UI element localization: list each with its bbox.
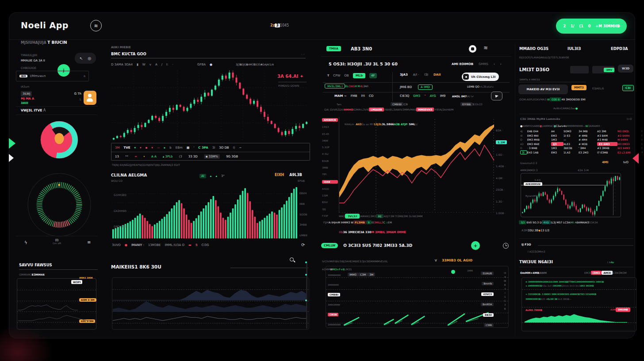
control[interactable]: H M	[355, 84, 360, 88]
control[interactable]: CWG	[349, 84, 355, 88]
bm-scrollbar[interactable]	[306, 261, 307, 329]
ticker-badge[interactable]: BmrrIb	[482, 282, 494, 285]
axis-label[interactable]: AMIBM/B	[322, 118, 338, 122]
toolbar-item[interactable]: A	[155, 63, 157, 66]
series-label[interactable]: CMBIBI	[328, 293, 340, 296]
toolbar-item[interactable]: (3	[179, 155, 182, 158]
chip[interactable]: L3VI	[361, 108, 367, 111]
control[interactable]: II	[367, 84, 368, 88]
cursor-icon[interactable]: ↖	[80, 56, 83, 61]
toolbar-item[interactable]: ▴ 3PLb	[163, 155, 173, 158]
toolbar-item[interactable]: ▪ 33M%	[204, 154, 220, 159]
tab[interactable]: WAJ3 EDIT	[166, 163, 180, 166]
toolbar-item[interactable]: 4M3	[248, 63, 254, 66]
filter-chip[interactable]: 3M3M	[619, 271, 627, 274]
legend-item[interactable]: 13J3L	[374, 123, 382, 126]
chip[interactable]: 33s33	[474, 103, 482, 106]
chip[interactable]: MMIEVH3	[416, 108, 434, 111]
pay-toggle[interactable]: 3MV	[592, 66, 614, 73]
control[interactable]: AMI EOIMOB	[452, 62, 473, 66]
table-row[interactable]: 4JE4B E44A45OM334 IMBA3 3MIM3 EM3I!	[520, 129, 636, 134]
toolbar-item[interactable]: 13	[115, 155, 119, 158]
filter-item[interactable]: 13M3BE	[148, 243, 161, 247]
control[interactable]: MAM ~	[334, 94, 347, 98]
toolbar-item[interactable]: ▮	[137, 63, 138, 66]
bmr-orange-label[interactable]: 33MIB3 OL AGIO	[442, 258, 472, 262]
primary-cta-button[interactable]: 21/(10+M 3IMMHB	[556, 19, 627, 34]
coin-icon[interactable]: ◎	[88, 56, 91, 61]
tab[interactable]: DINJEN	[144, 163, 153, 166]
toolbar-item[interactable]: 3J3	[236, 63, 240, 66]
tick-label[interactable]: EIJ1O	[519, 56, 526, 59]
oil-button[interactable]: C3I	[622, 85, 634, 91]
control[interactable]: OOM.	[519, 98, 527, 101]
control[interactable]: A IMD	[418, 84, 433, 90]
filter-item[interactable]: ●	[125, 243, 127, 247]
toolbar-item[interactable]: I)	[233, 146, 235, 150]
control[interactable]: EM	[388, 221, 392, 224]
control[interactable]: MV3L/3ML I	[325, 84, 345, 88]
filter-chip[interactable]: EM3I	[584, 271, 591, 274]
menu-icon[interactable]: ≡	[87, 240, 91, 245]
control[interactable]: ›	[500, 62, 502, 66]
tick-label[interactable]: CFJ7L	[526, 56, 534, 59]
toolbar-item[interactable]: v	[150, 63, 151, 66]
tick-label[interactable]: OJ73	[547, 56, 553, 59]
control[interactable]: 49 3M0	[561, 98, 571, 101]
toolbar-item[interactable]: 53S	[256, 63, 261, 66]
nav-item[interactable]: 3	[275, 23, 280, 27]
toolbar-item[interactable]: 3JG	[242, 63, 246, 66]
toolbar-item[interactable]: I:	[166, 63, 168, 66]
tab[interactable]: TKJNJ KAJN6	[112, 163, 128, 166]
control[interactable]: O6O	[571, 98, 577, 101]
toolbar-item[interactable]: '	[193, 146, 194, 150]
limit-input[interactable]	[570, 66, 589, 73]
chip[interactable]: BAEL3IA	[386, 108, 397, 111]
axis-label[interactable]: 3VL3/I	[345, 214, 360, 219]
toolbar-item[interactable]: ▾	[151, 146, 153, 150]
toolbar-item[interactable]: TVE	[124, 146, 130, 150]
tick-label[interactable]: WV0E	[561, 56, 569, 59]
table-title-right[interactable]: I>O	[627, 117, 632, 120]
app-logo-icon[interactable]: ≋	[90, 20, 102, 31]
control[interactable]: KVMA3:	[537, 98, 547, 101]
toolbar-item[interactable]: A A	[151, 155, 157, 158]
control[interactable]: O3E B	[550, 97, 561, 101]
control[interactable]: FL3MB	[353, 220, 366, 224]
chip[interactable]: IYI	[434, 108, 437, 111]
tick-label[interactable]: 37L3L	[554, 56, 562, 59]
toolbar-item[interactable]: =	[134, 155, 137, 158]
control[interactable]: CPW	[333, 74, 340, 77]
toolbar-item[interactable]: A	[272, 63, 274, 66]
mid-menu-icon[interactable]: ≋	[483, 45, 488, 51]
market-box[interactable]: MAKEID AV M3I EV3I	[518, 84, 568, 94]
control[interactable]: EL	[345, 84, 348, 88]
chip[interactable]: EIAJ3AIHB	[437, 108, 451, 111]
control[interactable]: AvW	[553, 107, 559, 110]
control[interactable]: A tHJm	[329, 221, 338, 224]
toolbar-item[interactable]: b	[169, 146, 171, 150]
series-label[interactable]: CW3B	[328, 313, 338, 316]
table-row[interactable]: OEM3 M4B1M3—# 4M4#3 M4BM 94M4!	[520, 138, 636, 142]
asset-input[interactable]: IBM I/Mmvwvn a	[16, 71, 89, 81]
control[interactable]: DAII	[433, 73, 441, 77]
axis-label[interactable]: BIJ	[376, 214, 384, 218]
nav-item[interactable]: 10	[280, 23, 284, 27]
tick-label[interactable]: AVA0	[534, 56, 540, 59]
filter-chip[interactable]: I3M3	[591, 271, 602, 275]
symbol-dots[interactable]: · ·	[301, 53, 305, 57]
clock-icon[interactable]	[503, 243, 509, 249]
control[interactable]: Av	[611, 261, 614, 264]
table-row[interactable]: 43EM3 M4EIJ34LE3# M3BE3 6M3M3 EM33!	[520, 142, 636, 146]
ticker-badge[interactable]: BmM3A	[481, 303, 494, 306]
control[interactable]: M IHMM3 W	[338, 221, 353, 224]
label[interactable]: EIXH	[275, 173, 284, 177]
nav-item[interactable]: 2z	[270, 23, 275, 27]
toolbar-item[interactable]: ▾	[140, 146, 142, 150]
left-white-marker[interactable]	[9, 154, 14, 162]
bl-orange-badge-1[interactable]: A3M 3 3M	[79, 298, 96, 302]
control[interactable]: OB	[344, 74, 349, 77]
filter-item[interactable]: CI3G	[202, 243, 209, 247]
tab[interactable]: TIJBJL3NM	[153, 163, 166, 166]
band-chart[interactable]	[339, 117, 494, 213]
